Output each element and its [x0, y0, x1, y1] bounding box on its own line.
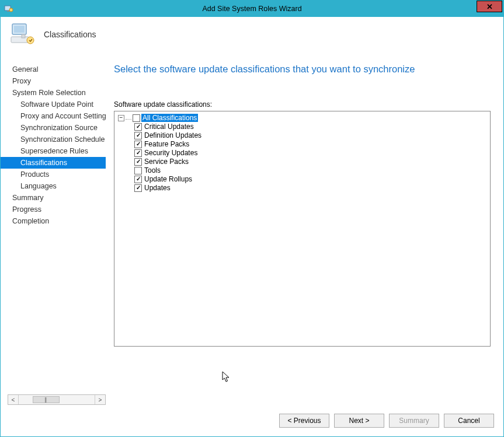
tree-item-service-packs[interactable]: Service Packs	[134, 158, 486, 166]
svg-point-2	[9, 8, 13, 12]
nav-item-languages[interactable]: Languages	[1, 180, 106, 192]
tree-item-label: Definition Updates	[144, 131, 201, 139]
tree-item-checkbox[interactable]	[134, 149, 142, 157]
summary-button: Summary	[389, 414, 439, 428]
nav-item-classifications[interactable]: Classifications	[1, 157, 106, 169]
svg-rect-4	[14, 26, 25, 33]
window-title: Add Site System Roles Wizard	[1, 5, 503, 13]
tree-item-checkbox[interactable]	[134, 184, 142, 192]
tree-root-label[interactable]: All Classifications	[141, 114, 198, 122]
scroll-thumb[interactable]: ∥	[33, 396, 60, 403]
nav-sidebar: GeneralProxySystem Role SelectionSoftwar…	[1, 52, 106, 405]
main-heading: Select the software update classificatio…	[114, 64, 491, 75]
tree-connector	[126, 116, 131, 120]
tree-item-label: Updates	[144, 184, 171, 192]
wizard-window: Add Site System Roles Wizard ✕ Classific…	[0, 0, 504, 437]
tree-item-update-rollups[interactable]: Update Rollups	[134, 175, 486, 183]
computer-icon	[10, 23, 36, 46]
tree-item-checkbox[interactable]	[134, 132, 142, 139]
nav-horizontal-scrollbar[interactable]: <∥>	[8, 394, 106, 405]
tree-item-label: Security Updates	[144, 149, 197, 157]
tree-root-checkbox[interactable]	[133, 114, 140, 122]
tree-item-label: Tools	[144, 166, 161, 174]
nav-item-proxy-and-account-settings[interactable]: Proxy and Account Settings	[1, 110, 106, 122]
tree-item-label: Service Packs	[144, 158, 189, 166]
tree-item-checkbox[interactable]	[134, 167, 142, 174]
nav-item-system-role-selection[interactable]: System Role Selection	[1, 87, 106, 99]
wizard-footer: < Previous Next > Summary Cancel	[1, 405, 503, 436]
app-icon	[4, 4, 13, 13]
tree-item-label: Update Rollups	[144, 175, 192, 183]
svg-rect-1	[7, 11, 9, 12]
tree-item-checkbox[interactable]	[134, 158, 142, 166]
close-button[interactable]: ✕	[477, 1, 502, 12]
tree-item-definition-updates[interactable]: Definition Updates	[134, 131, 486, 139]
tree-children: Critical UpdatesDefinition UpdatesFeatur…	[134, 123, 486, 192]
tree-collapse-icon[interactable]: −	[118, 115, 124, 121]
cancel-button[interactable]: Cancel	[444, 414, 494, 428]
previous-button[interactable]: < Previous	[279, 414, 329, 428]
body: GeneralProxySystem Role SelectionSoftwar…	[1, 52, 503, 405]
tree-root-row[interactable]: − All Classifications	[118, 114, 486, 122]
svg-rect-5	[11, 37, 29, 43]
nav-item-completion[interactable]: Completion	[1, 215, 106, 227]
nav-item-summary[interactable]: Summary	[1, 192, 106, 204]
tree-label: Software update classifications:	[114, 100, 491, 109]
tree-item-security-updates[interactable]: Security Updates	[134, 149, 486, 157]
nav-item-synchronization-schedule[interactable]: Synchronization Schedule	[1, 134, 106, 145]
next-button[interactable]: Next >	[334, 414, 384, 428]
tree-item-checkbox[interactable]	[134, 141, 142, 148]
tree-item-updates[interactable]: Updates	[134, 184, 486, 192]
svg-point-7	[27, 37, 34, 44]
nav-item-supersedence-rules[interactable]: Supersedence Rules	[1, 145, 106, 157]
scroll-track[interactable]: ∥	[19, 395, 95, 404]
close-icon: ✕	[486, 3, 493, 11]
nav-item-general[interactable]: General	[1, 64, 106, 75]
page-header: Classifications	[1, 17, 503, 52]
page-title: Classifications	[44, 30, 96, 39]
classifications-tree[interactable]: − All Classifications Critical UpdatesDe…	[114, 111, 491, 347]
tree-item-label: Feature Packs	[144, 140, 189, 148]
scroll-left-icon[interactable]: <	[8, 395, 19, 404]
nav-item-products[interactable]: Products	[1, 169, 106, 180]
nav-item-software-update-point[interactable]: Software Update Point	[1, 99, 106, 110]
nav-item-synchronization-source[interactable]: Synchronization Source	[1, 122, 106, 134]
tree-item-feature-packs[interactable]: Feature Packs	[134, 140, 486, 148]
tree-item-label: Critical Updates	[144, 123, 194, 131]
tree-item-critical-updates[interactable]: Critical Updates	[134, 123, 486, 131]
nav-item-proxy[interactable]: Proxy	[1, 75, 106, 87]
titlebar: Add Site System Roles Wizard ✕	[1, 1, 503, 17]
main-panel: Select the software update classificatio…	[106, 52, 503, 405]
tree-item-checkbox[interactable]	[134, 123, 142, 131]
scroll-right-icon[interactable]: >	[95, 395, 105, 404]
tree-item-checkbox[interactable]	[134, 176, 142, 183]
svg-rect-6	[22, 34, 25, 38]
nav-item-progress[interactable]: Progress	[1, 204, 106, 215]
tree-item-tools[interactable]: Tools	[134, 166, 486, 174]
